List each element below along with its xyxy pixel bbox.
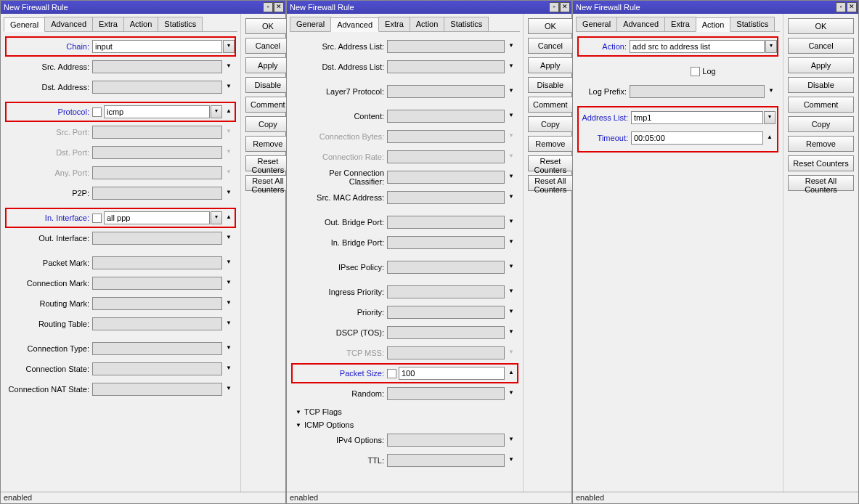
- remove-button[interactable]: Remove: [245, 136, 290, 152]
- ipsec-input[interactable]: [387, 261, 505, 274]
- remove-button[interactable]: Remove: [528, 136, 573, 152]
- ok-button[interactable]: OK: [245, 18, 290, 34]
- routing-mark-input[interactable]: [92, 297, 222, 310]
- tab-action[interactable]: Action: [696, 17, 731, 32]
- tab-general[interactable]: General: [4, 17, 45, 32]
- expand-icon[interactable]: ▼: [505, 434, 517, 447]
- log-prefix-input[interactable]: [630, 85, 765, 98]
- expand-icon[interactable]: ▼: [505, 110, 517, 123]
- expand-icon[interactable]: ▼: [505, 85, 517, 98]
- reset-all-counters-button[interactable]: Reset All Counters: [528, 175, 573, 191]
- minimize-icon[interactable]: ▫: [549, 2, 559, 12]
- expand-icon[interactable]: ▼: [765, 85, 777, 98]
- ok-button[interactable]: OK: [528, 18, 573, 34]
- expand-icon[interactable]: ▼: [505, 40, 517, 53]
- tab-extra[interactable]: Extra: [664, 17, 696, 31]
- expand-icon[interactable]: ▼: [223, 256, 235, 269]
- ttl-input[interactable]: [387, 454, 505, 467]
- src-address-input[interactable]: [92, 60, 222, 73]
- expand-icon[interactable]: ▼: [505, 236, 517, 249]
- in-interface-dropdown-icon[interactable]: ▾: [211, 211, 222, 224]
- collapse-icon[interactable]: ▲: [505, 367, 517, 380]
- connection-type-input[interactable]: [92, 342, 222, 355]
- tab-statistics[interactable]: Statistics: [444, 17, 489, 31]
- expand-icon[interactable]: ▼: [223, 297, 235, 310]
- in-interface-invert-check[interactable]: [92, 214, 102, 223]
- protocol-invert-check[interactable]: [92, 107, 102, 117]
- expand-icon[interactable]: ▼: [223, 277, 235, 290]
- action-dropdown-icon[interactable]: ▾: [765, 40, 777, 53]
- pcc-input[interactable]: [387, 171, 505, 184]
- expand-icon[interactable]: ▼: [223, 187, 235, 200]
- log-checkbox[interactable]: [691, 67, 700, 76]
- tab-statistics[interactable]: Statistics: [158, 17, 203, 31]
- ok-button[interactable]: OK: [788, 18, 854, 34]
- copy-button[interactable]: Copy: [788, 116, 854, 132]
- connection-nat-state-input[interactable]: [92, 383, 222, 396]
- address-list-input[interactable]: [631, 111, 763, 124]
- expand-icon[interactable]: ▼: [505, 387, 517, 400]
- p2p-input[interactable]: [92, 187, 222, 200]
- expand-icon[interactable]: ▼: [505, 216, 517, 229]
- routing-table-input[interactable]: [92, 317, 222, 330]
- connection-state-input[interactable]: [92, 362, 222, 375]
- apply-button[interactable]: Apply: [528, 57, 573, 73]
- priority-input[interactable]: [387, 306, 505, 319]
- expand-icon[interactable]: ▼: [505, 261, 517, 274]
- reset-all-counters-button[interactable]: Reset All Counters: [788, 175, 854, 191]
- chain-dropdown-icon[interactable]: ▾: [223, 40, 235, 53]
- icmp-options-section[interactable]: ▼ICMP Options: [293, 418, 517, 431]
- action-input[interactable]: [630, 40, 765, 53]
- expand-icon[interactable]: ▼: [223, 81, 235, 94]
- expand-icon[interactable]: ▼: [505, 191, 517, 204]
- minimize-icon[interactable]: ▫: [836, 2, 846, 12]
- out-bridge-input[interactable]: [387, 216, 505, 229]
- tab-statistics[interactable]: Statistics: [730, 17, 775, 31]
- cancel-button[interactable]: Cancel: [788, 38, 854, 54]
- tab-advanced[interactable]: Advanced: [616, 17, 665, 31]
- disable-button[interactable]: Disable: [788, 77, 854, 93]
- close-icon[interactable]: ✕: [274, 2, 284, 12]
- timeout-input[interactable]: [631, 131, 763, 145]
- packet-size-input[interactable]: [399, 367, 505, 380]
- tab-extra[interactable]: Extra: [378, 17, 410, 31]
- reset-counters-button[interactable]: Reset Counters: [528, 155, 573, 171]
- copy-button[interactable]: Copy: [245, 116, 290, 132]
- expand-icon[interactable]: ▼: [223, 60, 235, 73]
- close-icon[interactable]: ✕: [847, 2, 857, 12]
- src-addr-list-input[interactable]: [387, 40, 505, 53]
- collapse-icon[interactable]: ▲: [223, 211, 235, 224]
- comment-button[interactable]: Comment: [528, 97, 573, 113]
- collapse-icon[interactable]: ▲: [764, 131, 775, 145]
- layer7-input[interactable]: [387, 85, 505, 98]
- connection-mark-input[interactable]: [92, 277, 222, 290]
- expand-icon[interactable]: ▼: [223, 383, 235, 396]
- close-icon[interactable]: ✕: [560, 2, 570, 12]
- dscp-input[interactable]: [387, 326, 505, 339]
- random-input[interactable]: [387, 387, 505, 400]
- src-mac-input[interactable]: [387, 191, 505, 204]
- apply-button[interactable]: Apply: [788, 57, 854, 73]
- expand-icon[interactable]: ▼: [505, 285, 517, 298]
- expand-icon[interactable]: ▼: [505, 454, 517, 467]
- expand-icon[interactable]: ▼: [223, 232, 235, 245]
- disable-button[interactable]: Disable: [245, 77, 290, 93]
- cancel-button[interactable]: Cancel: [528, 38, 573, 54]
- expand-icon[interactable]: ▼: [505, 326, 517, 339]
- tab-advanced[interactable]: Advanced: [330, 17, 379, 32]
- tab-action[interactable]: Action: [123, 17, 159, 31]
- expand-icon[interactable]: ▼: [223, 362, 235, 375]
- in-bridge-input[interactable]: [387, 236, 505, 249]
- tab-action[interactable]: Action: [410, 17, 445, 31]
- tab-general[interactable]: General: [290, 17, 331, 31]
- dst-addr-list-input[interactable]: [387, 60, 505, 73]
- expand-icon[interactable]: ▼: [505, 171, 517, 184]
- copy-button[interactable]: Copy: [528, 116, 573, 132]
- reset-counters-button[interactable]: Reset Counters: [788, 155, 854, 171]
- minimize-icon[interactable]: ▫: [263, 2, 273, 12]
- expand-icon[interactable]: ▼: [223, 317, 235, 330]
- reset-all-counters-button[interactable]: Reset All Counters: [245, 175, 290, 191]
- protocol-input[interactable]: [104, 105, 210, 118]
- disable-button[interactable]: Disable: [528, 77, 573, 93]
- in-interface-input[interactable]: [104, 211, 210, 224]
